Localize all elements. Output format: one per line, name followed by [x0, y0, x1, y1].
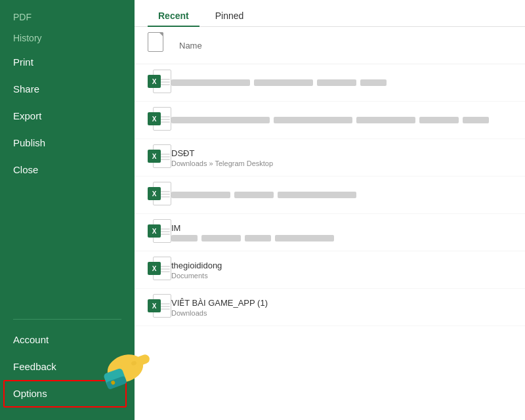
file-row[interactable]: X: [135, 102, 525, 139]
file-name: IM: [171, 223, 512, 233]
sidebar-item-publish[interactable]: Publish: [0, 129, 135, 156]
file-info: thegioididong Documents: [171, 261, 512, 280]
file-row[interactable]: X DSĐT Downloads » Telegram Desktop: [135, 139, 525, 177]
sidebar-item-print[interactable]: Print: [0, 49, 135, 75]
file-info: VIẾT BÀI GAME_APP (1) Downloads: [171, 298, 512, 317]
sidebar-item-history[interactable]: History: [0, 28, 135, 49]
file-row[interactable]: X: [135, 64, 525, 102]
sidebar-item-share[interactable]: Share: [0, 75, 135, 102]
file-path: Documents: [171, 272, 512, 280]
file-list-header: Name: [135, 27, 525, 64]
excel-file-icon: X: [148, 144, 171, 171]
blurred-path: [171, 235, 512, 242]
excel-file-icon: X: [148, 219, 171, 245]
main-content: Recent Pinned Name X: [135, 0, 525, 420]
file-info: [171, 79, 512, 86]
excel-file-icon: X: [148, 257, 171, 283]
name-column-header: Name: [179, 41, 202, 51]
excel-file-icon: X: [148, 182, 171, 208]
blurred-filename: [171, 79, 512, 86]
file-name: VIẾT BÀI GAME_APP (1): [171, 298, 512, 308]
file-info: IM: [171, 223, 512, 242]
excel-file-icon: X: [148, 294, 171, 320]
file-info: [171, 117, 512, 123]
file-name: thegioididong: [171, 261, 512, 270]
blurred-filename: [171, 192, 512, 198]
hand-pointer-icon: [102, 341, 154, 387]
sidebar-divider: [13, 319, 121, 320]
excel-file-icon: X: [148, 107, 171, 133]
file-list: X X: [135, 64, 525, 420]
file-row[interactable]: X: [135, 177, 525, 214]
file-row[interactable]: X IM: [135, 214, 525, 251]
excel-file-icon: X: [148, 70, 171, 96]
sidebar-item-export[interactable]: Export: [0, 102, 135, 129]
sidebar-item-pdf[interactable]: PDF: [0, 7, 135, 28]
tabs-bar: Recent Pinned: [135, 0, 525, 27]
file-path: Downloads: [171, 309, 512, 317]
file-path: Downloads » Telegram Desktop: [171, 159, 512, 167]
file-info: DSĐT Downloads » Telegram Desktop: [171, 148, 512, 167]
file-name: DSĐT: [171, 148, 512, 158]
sidebar-item-close[interactable]: Close: [0, 156, 135, 183]
header-doc-icon: [148, 32, 171, 58]
file-info: [171, 192, 512, 198]
file-row[interactable]: X VIẾT BÀI GAME_APP (1) Downloads: [135, 289, 525, 326]
tab-pinned[interactable]: Pinned: [205, 5, 255, 26]
sidebar-top: PDF History Print Share Export Publish C…: [0, 0, 135, 312]
file-row[interactable]: X thegioididong Documents: [135, 251, 525, 289]
tab-recent[interactable]: Recent: [148, 5, 200, 26]
blurred-filename: [171, 117, 512, 123]
